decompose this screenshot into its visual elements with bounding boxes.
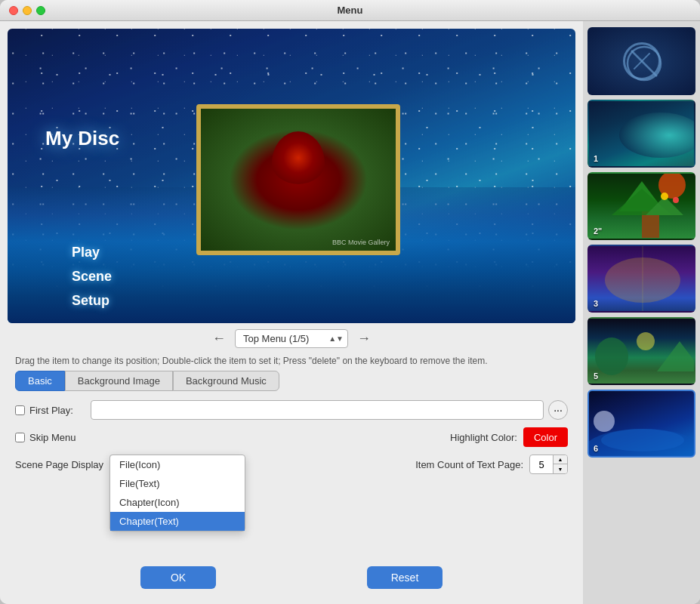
svg-point-18 [601, 429, 684, 451]
sidebar-thumb-1[interactable] [587, 27, 695, 95]
scene-page-label: Scene Page Display [15, 459, 103, 470]
sidebar-thumb-2-num: 1 [594, 154, 598, 163]
scene-option-chapter-icon[interactable]: Chapter(Icon) [110, 493, 245, 512]
sidebar-thumb-3[interactable]: 2" [587, 172, 695, 240]
item-count-stepper: 5 ▲ ▼ [529, 455, 568, 474]
prev-menu-button[interactable]: ← [212, 331, 226, 347]
next-menu-button[interactable]: → [357, 331, 371, 347]
svg-point-15 [637, 332, 655, 350]
skip-highlight-row: Skip Menu Highlight Color: Color [15, 427, 568, 447]
sidebar-thumb-5-num: 5 [594, 371, 598, 381]
svg-marker-14 [657, 341, 695, 371]
rose-preview [201, 109, 396, 251]
maximize-button[interactable] [36, 6, 45, 15]
menu-item-setup: Setup [72, 288, 112, 313]
window-title: Menu [338, 5, 363, 16]
window: Menu My Disc Play Scene Setup BBC Movie … [0, 0, 700, 604]
first-play-row: First Play: ··· [15, 400, 568, 420]
svg-rect-7 [653, 215, 659, 238]
disc-title: My Disc [45, 127, 119, 150]
stepper-up-button[interactable]: ▲ [554, 455, 567, 464]
svg-point-2 [619, 112, 695, 158]
scene-page-dropdown-container: Chapter(Text) ▲▼ File(Icon) File(Text) C… [109, 455, 230, 474]
item-count-section: Item Count of Text Page: 5 ▲ ▼ [245, 455, 568, 474]
first-play-input[interactable] [91, 400, 544, 420]
sidebar-thumb-4[interactable]: 3 [587, 245, 695, 313]
highlight-color-section: Highlight Color: Color [106, 427, 568, 447]
stepper-buttons: ▲ ▼ [553, 455, 567, 474]
preview-area: My Disc Play Scene Setup BBC Movie Galle… [8, 29, 575, 323]
svg-rect-4 [642, 211, 653, 238]
svg-point-17 [594, 411, 615, 432]
content-area: My Disc Play Scene Setup BBC Movie Galle… [0, 21, 700, 604]
main-panel: My Disc Play Scene Setup BBC Movie Galle… [0, 21, 583, 604]
hint-text: Drag the item to change its position; Do… [8, 354, 575, 371]
first-play-label: First Play: [15, 405, 91, 416]
skip-menu-checkbox[interactable] [15, 433, 25, 442]
close-button[interactable] [9, 6, 18, 15]
tab-background-music[interactable]: Background Music [173, 371, 279, 391]
tab-background-image[interactable]: Background Image [65, 371, 173, 391]
settings-area: First Play: ··· Skip Menu Highlight Colo… [8, 396, 575, 486]
scene-option-file-text[interactable]: File(Text) [110, 474, 245, 493]
tab-bar: Basic Background Image Background Music [8, 371, 575, 396]
title-bar: Menu [0, 0, 700, 21]
scene-item-row: Scene Page Display Chapter(Text) ▲▼ File… [15, 455, 568, 474]
sidebar: 1 2" [583, 21, 700, 604]
svg-point-13 [595, 337, 628, 375]
scene-option-chapter-text[interactable]: Chapter(Text) [110, 512, 245, 531]
stepper-down-button[interactable]: ▼ [554, 464, 567, 474]
sidebar-thumb-4-num: 3 [594, 299, 598, 308]
svg-point-10 [673, 197, 679, 203]
menu-select-container: Top Menu (1/5) Chapter Menu (2/5) Chapte… [235, 329, 348, 348]
sidebar-thumb-1-icon [623, 42, 661, 80]
menu-items-list: Play Scene Setup [72, 240, 112, 313]
tab-basic[interactable]: Basic [15, 371, 65, 391]
first-play-checkbox[interactable] [15, 405, 25, 415]
first-play-options-button[interactable]: ··· [548, 400, 568, 420]
thumbnail-label: BBC Movie Gallery [332, 239, 390, 246]
item-count-value: 5 [530, 459, 553, 470]
traffic-lights [9, 6, 45, 15]
reset-button[interactable]: Reset [367, 566, 443, 589]
item-count-label: Item Count of Text Page: [415, 459, 523, 470]
sidebar-thumb-3-num: 2" [594, 226, 602, 236]
svg-point-9 [661, 193, 668, 200]
sidebar-thumb-2[interactable]: 1 [587, 100, 695, 168]
color-button[interactable]: Color [523, 427, 568, 447]
scene-option-file-icon[interactable]: File(Icon) [110, 455, 245, 474]
minimize-button[interactable] [23, 6, 32, 15]
menu-select[interactable]: Top Menu (1/5) Chapter Menu (2/5) Chapte… [235, 329, 348, 348]
highlight-color-label: Highlight Color: [450, 432, 517, 443]
sidebar-thumb-6-num: 6 [594, 444, 598, 453]
skip-menu-label: Skip Menu [15, 432, 91, 443]
svg-line-1 [631, 51, 657, 76]
bottom-buttons: OK Reset [8, 554, 575, 596]
sidebar-thumb-6[interactable]: 6 [587, 390, 695, 458]
nav-bar: ← Top Menu (1/5) Chapter Menu (2/5) Chap… [8, 323, 575, 354]
menu-item-play: Play [72, 240, 112, 264]
ok-button[interactable]: OK [140, 566, 216, 589]
scene-page-menu: File(Icon) File(Text) Chapter(Icon) Chap… [109, 455, 245, 532]
menu-item-scene: Scene [72, 264, 112, 288]
thumbnail-frame: BBC Movie Gallery [196, 104, 400, 255]
rose-center [272, 131, 325, 184]
sidebar-thumb-5[interactable]: 5 [587, 317, 695, 385]
